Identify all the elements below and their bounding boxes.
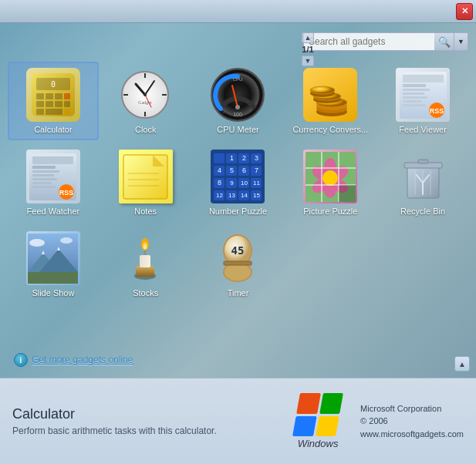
win-pane-yellow — [316, 416, 339, 437]
gadgets-area: 🔍 ▼ ▲ 1/1 ▼ 0 — [0, 23, 476, 378]
win-pane-red — [296, 393, 320, 414]
svg-point-97 — [143, 244, 147, 249]
feed-watcher-label: Feed Watcher — [27, 207, 80, 216]
svg-rect-9 — [55, 101, 62, 107]
cpu-icon: 100 0 CPU — [211, 68, 265, 122]
cpu-svg: 100 0 CPU — [213, 70, 263, 120]
bottom-bar: Calculator Perform basic arithmetic task… — [0, 378, 476, 464]
svg-rect-11 — [36, 109, 44, 115]
slide-show-label: Slide Show — [32, 288, 74, 298]
gadget-feed-viewer[interactable]: RSS Feed Viewer — [377, 62, 468, 140]
gadget-picture-puzzle[interactable]: Picture Puzzle — [285, 143, 376, 222]
slide-show-icon — [26, 231, 80, 285]
recycle-bin-icon — [396, 150, 450, 203]
svg-rect-6 — [64, 93, 70, 99]
gadget-slide-show[interactable]: Slide Show — [8, 225, 99, 304]
svg-rect-43 — [403, 92, 424, 95]
feed-viewer-svg: RSS — [398, 70, 448, 120]
svg-point-90 — [60, 237, 73, 244]
gadget-calculator[interactable]: 0 Calculator — [8, 62, 99, 140]
svg-point-99 — [224, 263, 252, 281]
svg-rect-8 — [46, 101, 53, 107]
svg-rect-92 — [136, 266, 154, 277]
svg-point-27 — [235, 105, 240, 109]
timer-label: Timer — [228, 288, 249, 298]
gadget-currency-converter[interactable]: Currency Convers... — [285, 62, 376, 140]
title-bar: ✕ — [0, 0, 476, 23]
recycle-bin-label: Recycle Bin — [400, 207, 445, 216]
clock-label: Clock — [135, 125, 157, 134]
svg-rect-55 — [32, 182, 52, 184]
clock-icon: Gadget — [119, 68, 173, 122]
svg-rect-3 — [36, 93, 44, 99]
calculator-label: Calculator — [34, 125, 73, 134]
svg-rect-52 — [32, 170, 59, 173]
close-button[interactable]: ✕ — [456, 3, 473, 20]
picture-puzzle-svg — [306, 152, 356, 202]
search-input[interactable] — [303, 32, 434, 51]
microsoft-info: Microsoft Corporation © 2006 www.microso… — [360, 402, 464, 441]
windows-logo: Windows — [283, 391, 353, 452]
bottom-description: Perform basic arithmetic tasks with this… — [12, 425, 275, 436]
svg-rect-42 — [403, 89, 430, 91]
svg-point-22 — [143, 93, 147, 96]
svg-rect-40 — [403, 75, 444, 82]
feed-watcher-icon: RSS — [26, 150, 80, 203]
svg-rect-45 — [403, 100, 422, 103]
number-puzzle-label: Number Puzzle — [209, 207, 267, 216]
svg-rect-5 — [55, 93, 62, 99]
search-dropdown[interactable]: ▼ — [454, 32, 468, 51]
svg-rect-79 — [418, 160, 428, 163]
windows-logo-grid — [292, 393, 343, 436]
win-pane-green — [319, 393, 343, 414]
svg-rect-41 — [403, 84, 426, 87]
search-bar: 🔍 ▼ — [303, 32, 468, 51]
svg-rect-53 — [32, 174, 54, 177]
gadget-number-puzzle[interactable]: 1 2 3 4 5 6 7 8 9 10 11 12 13 14 15 Numb… — [193, 143, 284, 222]
page-up-arrow[interactable]: ▲ — [302, 32, 314, 43]
currency-icon — [303, 68, 357, 122]
slide-show-svg — [28, 234, 78, 284]
svg-rect-101 — [224, 261, 252, 265]
get-more-text: Get more gadgets online — [32, 355, 133, 365]
windows-text: Windows — [298, 438, 339, 449]
get-more-link[interactable]: i Get more gadgets online — [14, 353, 133, 367]
svg-rect-76 — [339, 185, 356, 202]
svg-point-71 — [322, 170, 338, 186]
website: www.microsoftgadgets.com — [360, 428, 464, 441]
gadget-stocks[interactable]: Stocks — [100, 225, 191, 304]
search-button[interactable]: 🔍 — [434, 32, 454, 51]
clock-svg: Gadget — [120, 70, 170, 120]
notes-svg — [120, 152, 170, 202]
scroll-button[interactable]: ▲ — [454, 356, 470, 372]
get-more-icon: i — [14, 353, 28, 367]
gadget-cpu-meter[interactable]: 100 0 CPU CPU Meter — [193, 62, 284, 140]
copyright-year: © 2006 — [360, 415, 464, 428]
win-pane-blue — [292, 416, 316, 437]
gadget-recycle-bin[interactable]: Recycle Bin — [377, 143, 468, 222]
svg-rect-13 — [64, 109, 70, 115]
recycle-bin-svg — [398, 152, 448, 202]
svg-text:RSS: RSS — [429, 107, 444, 115]
svg-text:Gadget: Gadget — [139, 100, 153, 105]
picture-puzzle-label: Picture Puzzle — [303, 207, 357, 216]
gadget-feed-watcher[interactable]: RSS Feed Watcher — [8, 143, 99, 222]
gadget-notes[interactable]: Notes — [100, 143, 191, 222]
svg-rect-10 — [64, 101, 70, 107]
svg-text:0: 0 — [51, 80, 56, 89]
feed-viewer-icon: RSS — [396, 68, 450, 122]
feed-viewer-label: Feed Viewer — [399, 125, 447, 134]
gadget-timer[interactable]: 45 Timer — [193, 225, 284, 304]
notes-label: Notes — [134, 207, 157, 216]
stocks-icon — [119, 231, 173, 285]
stocks-label: Stocks — [133, 288, 158, 298]
svg-text:100: 100 — [233, 112, 242, 117]
svg-rect-12 — [46, 109, 62, 115]
gadget-clock[interactable]: Gadget Clock — [100, 62, 191, 140]
currency-label: Currency Convers... — [292, 125, 368, 134]
notes-icon — [119, 150, 173, 203]
bottom-title: Calculator — [12, 406, 275, 422]
gadgets-grid: 0 Calculator — [8, 62, 468, 304]
svg-text:CPU: CPU — [233, 77, 243, 82]
svg-rect-59 — [123, 155, 167, 199]
